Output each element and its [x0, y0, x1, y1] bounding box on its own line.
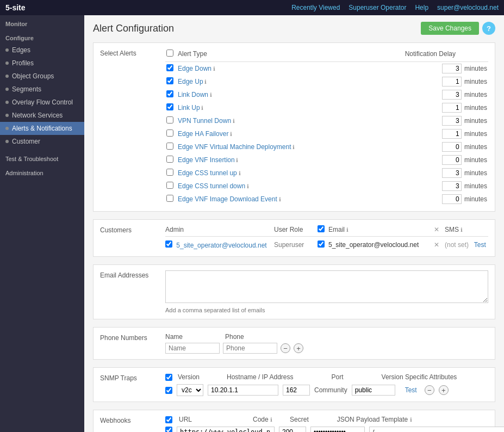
alert-checkbox[interactable] [166, 182, 173, 189]
delay-input[interactable] [442, 194, 462, 204]
snmp-port-input[interactable] [283, 385, 310, 396]
sidebar-item-overlay-flow-control[interactable]: Overlay Flow Control [0, 96, 84, 109]
customer-checkbox[interactable] [165, 240, 172, 248]
alert-type-link[interactable]: Link Down [178, 91, 208, 98]
sidebar-section-administration[interactable]: Administration [0, 166, 84, 178]
webhook-row-checkbox[interactable] [165, 427, 172, 432]
webhooks-header: URL Code ℹ Secret JSON Payload Template … [165, 416, 504, 423]
customer-email-checkbox[interactable] [318, 240, 325, 248]
snmp-enabled-checkbox[interactable] [165, 374, 172, 381]
help-link[interactable]: Help [415, 4, 428, 11]
sidebar-item-customer[interactable]: Customer [0, 135, 84, 148]
minutes-label: minutes [463, 104, 487, 112]
delay-input[interactable] [442, 155, 462, 165]
delay-input[interactable] [442, 129, 462, 139]
phone-phone-input[interactable] [223, 343, 277, 354]
sidebar-item-alerts-notifications[interactable]: Alerts & Notifications [0, 122, 84, 135]
alert-info-icon: ℹ [211, 66, 215, 72]
customer-x-btn[interactable]: ✕ [434, 241, 445, 249]
alert-checkbox[interactable] [166, 103, 173, 110]
notification-delay-header: Notification Delay [359, 48, 488, 62]
webhook-code-col: Code ℹ [253, 416, 272, 423]
webhooks-content: URL Code ℹ Secret JSON Payload Template … [165, 416, 504, 432]
snmp-test-link[interactable]: Test [405, 386, 417, 394]
minutes-label: minutes [463, 143, 487, 151]
snmp-version-col: Version [178, 373, 200, 381]
email-addresses-textarea[interactable] [165, 270, 488, 303]
webhook-secret-input[interactable] [310, 427, 365, 432]
alert-type-link[interactable]: Edge CSS tunnel down [178, 182, 245, 190]
alert-type-link[interactable]: Link Up [178, 104, 200, 112]
snmp-community-input[interactable] [352, 385, 395, 396]
user-link[interactable]: super@velocloud.net [437, 4, 499, 11]
webhook-code-input[interactable] [279, 427, 306, 432]
phone-remove-btn[interactable]: − [281, 343, 290, 353]
save-changes-button[interactable]: Save Changes [421, 22, 479, 35]
delay-input[interactable] [442, 64, 462, 73]
delay-input[interactable] [442, 103, 462, 113]
phone-add-btn[interactable]: + [294, 343, 303, 353]
sidebar-item-segments[interactable]: Segments [0, 83, 84, 96]
alert-type-link[interactable]: Edge Up [178, 78, 203, 85]
superuser-operator-link[interactable]: Superuser Operator [349, 4, 406, 11]
sidebar-item-edges[interactable]: Edges [0, 44, 84, 57]
customer-email: 5_site_operator@velocloud.net [328, 241, 434, 249]
delay-input[interactable] [442, 90, 462, 100]
delay-input[interactable] [442, 116, 462, 126]
dot-icon [5, 75, 9, 78]
phone-numbers-section: Phone Numbers Name Phone − + [93, 327, 495, 360]
sidebar-section-test-troubleshoot[interactable]: Test & Troubleshoot [0, 152, 84, 164]
alert-checkbox[interactable] [166, 77, 173, 84]
snmp-add-btn[interactable]: + [439, 385, 449, 395]
alert-info-icon: ℹ [277, 196, 281, 202]
alert-row: Edge VNF Image Download Event ℹ minutes [165, 193, 488, 206]
snmp-row-checkbox[interactable] [165, 387, 172, 394]
alert-type-link[interactable]: Edge VNF Virtual Machine Deployment [178, 143, 291, 151]
delay-input[interactable] [442, 142, 462, 152]
webhook-json-template[interactable]: { "alertTime": "{{alertTime}}", "alertTy… [369, 427, 504, 432]
phone-numbers-content: Name Phone − + [165, 333, 488, 354]
alert-checkbox[interactable] [166, 64, 173, 71]
webhooks-enabled-checkbox[interactable] [165, 416, 172, 423]
sidebar-item-profiles[interactable]: Profiles [0, 57, 84, 70]
customer-admin-email: 5_site_operator@velocloud.net [165, 240, 274, 249]
snmp-version-select[interactable]: v2c v3 [177, 384, 203, 396]
alert-row: Edge Up ℹ minutes [165, 75, 488, 88]
alert-info-icon: ℹ [291, 144, 295, 150]
alert-row: Link Up ℹ minutes [165, 101, 488, 114]
phone-name-input[interactable] [165, 343, 220, 354]
page-header: Alert Configuration Save Changes ? [93, 22, 495, 35]
snmp-hostname-input[interactable] [208, 385, 278, 396]
content-area: Alert Configuration Save Changes ? Selec… [84, 15, 504, 432]
alert-type-link[interactable]: VPN Tunnel Down [178, 117, 231, 125]
alert-checkbox[interactable] [166, 195, 173, 202]
snmp-remove-btn[interactable]: − [425, 385, 434, 395]
email-header-checkbox[interactable] [318, 225, 325, 232]
sidebar-item-object-groups[interactable]: Object Groups [0, 70, 84, 83]
alert-checkbox[interactable] [166, 129, 173, 137]
delay-input[interactable] [442, 168, 462, 178]
delay-input[interactable] [442, 77, 462, 87]
delay-input[interactable] [442, 181, 462, 191]
alert-checkbox[interactable] [166, 169, 173, 176]
sidebar-item-network-services[interactable]: Network Services [0, 109, 84, 122]
select-all-checkbox[interactable] [166, 50, 173, 57]
email-addresses-content: Add a comma separated list of emails [165, 270, 488, 313]
alert-checkbox[interactable] [166, 156, 173, 163]
sms-test-link[interactable]: Test [474, 241, 486, 249]
dot-icon [5, 140, 9, 143]
alert-type-link[interactable]: Edge Down [178, 65, 211, 72]
alert-type-link[interactable]: Edge CSS tunnel up [178, 169, 237, 177]
alert-type-link[interactable]: Edge VNF Image Download Event [178, 195, 277, 203]
help-button[interactable]: ? [482, 22, 495, 35]
alert-type-link[interactable]: Edge HA Failover [178, 130, 228, 138]
alert-checkbox[interactable] [166, 143, 173, 150]
recently-viewed-link[interactable]: Recently Viewed [291, 4, 340, 11]
minutes-label: minutes [463, 156, 487, 164]
alert-type-link[interactable]: Edge VNF Insertion [178, 156, 235, 164]
alert-checkbox[interactable] [166, 116, 173, 124]
alert-checkbox[interactable] [166, 90, 173, 97]
alert-row: Edge HA Failover ℹ minutes [165, 127, 488, 140]
page-title: Alert Configuration [93, 23, 174, 34]
webhook-url-input[interactable] [177, 427, 275, 432]
